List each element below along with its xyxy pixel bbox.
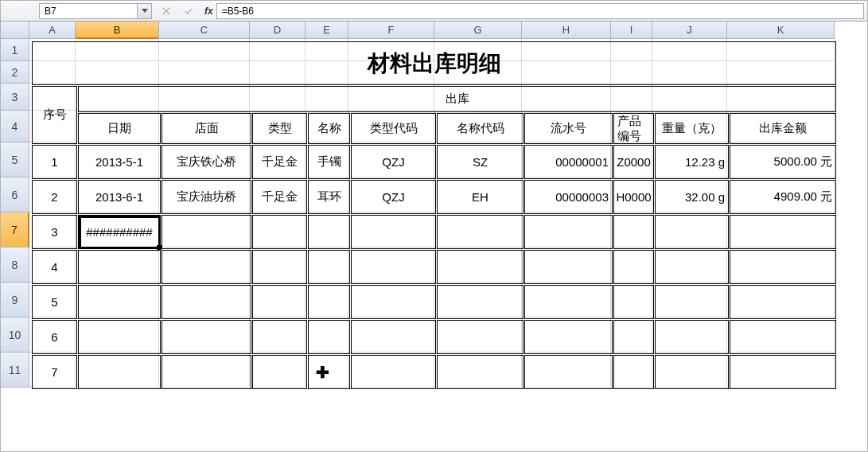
cell-name-5[interactable]: 手镯 [308,145,350,179]
header-outbound[interactable]: 出库 [78,86,836,112]
cell-date-11[interactable] [78,355,161,389]
row-header-3[interactable]: 3 [1,84,29,111]
row-header-2[interactable]: 2 [1,61,29,84]
cell-weight-10[interactable] [655,320,729,354]
cell-typecode-6[interactable]: QZJ [351,180,436,214]
cell-type-7[interactable] [252,215,307,249]
cell-serial-8[interactable] [524,250,613,284]
cell-serial-11[interactable] [524,355,613,389]
column-header-F[interactable]: F [348,21,434,39]
cell-amount-11[interactable] [730,355,836,389]
cell-type-11[interactable] [252,355,307,389]
row-header-11[interactable]: 11 [1,353,29,388]
cell-name-10[interactable] [308,320,350,354]
cell-shop-9[interactable] [162,285,251,319]
cells-area[interactable]: 材料出库明细序号出库日期店面类型名称类型代码名称代码流水号产品编号重量（克）出库… [29,39,835,388]
header-type[interactable]: 类型 [252,113,307,144]
title-cell[interactable]: 材料出库明细 [32,41,836,85]
cell-weight-11[interactable] [655,355,729,389]
column-header-I[interactable]: I [611,21,652,39]
cell-name-11[interactable] [308,355,350,389]
cell-seq-8[interactable]: 4 [32,250,77,284]
cell-namecode-8[interactable] [437,250,524,284]
cell-seq-9[interactable]: 5 [32,285,77,319]
cancel-formula-button[interactable] [155,3,177,19]
cell-shop-5[interactable]: 宝庆铁心桥 [162,145,251,179]
column-header-C[interactable]: C [159,21,250,39]
cell-weight-7[interactable] [655,215,729,249]
cell-typecode-10[interactable] [351,320,436,354]
cell-date-6[interactable]: 2013-6-1 [78,180,161,214]
cell-prodno-9[interactable] [613,285,654,319]
header-prodno[interactable]: 产品编号 [613,113,654,144]
cell-prodno-7[interactable] [613,215,654,249]
cell-date-10[interactable] [78,320,161,354]
cell-amount-9[interactable] [730,285,836,319]
cell-namecode-9[interactable] [437,285,524,319]
cell-typecode-8[interactable] [351,250,436,284]
cell-seq-10[interactable]: 6 [32,320,77,354]
column-header-A[interactable]: A [29,21,76,39]
cell-shop-8[interactable] [162,250,251,284]
cell-seq-11[interactable]: 7 [32,355,77,389]
column-header-B[interactable]: B [76,21,159,39]
cell-typecode-5[interactable]: QZJ [351,145,436,179]
header-seq[interactable]: 序号 [32,86,77,144]
column-header-G[interactable]: G [434,21,522,39]
row-header-6[interactable]: 6 [1,177,29,212]
cell-shop-10[interactable] [162,320,251,354]
cell-serial-10[interactable] [524,320,613,354]
cell-typecode-11[interactable] [351,355,436,389]
header-name[interactable]: 名称 [308,113,350,144]
cell-prodno-5[interactable]: Z0000 [613,145,654,179]
name-box[interactable]: B7 [39,3,138,19]
cell-seq-6[interactable]: 2 [32,180,77,214]
formula-input[interactable]: =B5-B6 [216,3,864,19]
cell-name-7[interactable] [308,215,350,249]
row-header-1[interactable]: 1 [1,39,29,61]
cell-weight-9[interactable] [655,285,729,319]
cell-weight-8[interactable] [655,250,729,284]
cell-seq-5[interactable]: 1 [32,145,77,179]
cell-date-8[interactable] [78,250,161,284]
cell-date-5[interactable]: 2013-5-1 [78,145,161,179]
cell-namecode-11[interactable] [437,355,524,389]
column-header-J[interactable]: J [652,21,727,39]
cell-name-9[interactable] [308,285,350,319]
cell-namecode-10[interactable] [437,320,524,354]
cell-type-9[interactable] [252,285,307,319]
cell-shop-7[interactable] [162,215,251,249]
cell-type-6[interactable]: 千足金 [252,180,307,214]
cell-namecode-6[interactable]: EH [437,180,524,214]
cell-typecode-9[interactable] [351,285,436,319]
header-serial[interactable]: 流水号 [524,113,613,144]
cell-prodno-8[interactable] [613,250,654,284]
cell-amount-6[interactable]: 4909.00 元 [730,180,836,214]
cell-namecode-7[interactable] [437,215,524,249]
cell-name-6[interactable]: 耳环 [308,180,350,214]
cell-serial-9[interactable] [524,285,613,319]
row-header-5[interactable]: 5 [1,142,29,177]
cell-type-5[interactable]: 千足金 [252,145,307,179]
fx-button[interactable]: fx [204,6,213,17]
cell-amount-10[interactable] [730,320,836,354]
cell-prodno-10[interactable] [613,320,654,354]
header-weight[interactable]: 重量（克） [655,113,729,144]
cell-namecode-5[interactable]: SZ [437,145,524,179]
header-namecode[interactable]: 名称代码 [437,113,524,144]
cell-date-9[interactable] [78,285,161,319]
header-typecode[interactable]: 类型代码 [351,113,436,144]
select-all-corner[interactable] [1,21,29,39]
cell-shop-11[interactable] [162,355,251,389]
cell-weight-5[interactable]: 12.23 g [655,145,729,179]
cell-weight-6[interactable]: 32.00 g [655,180,729,214]
cell-prodno-6[interactable]: H0000 [613,180,654,214]
cell-serial-6[interactable]: 00000003 [524,180,613,214]
name-box-dropdown[interactable] [138,3,152,19]
column-header-K[interactable]: K [727,21,835,39]
header-date[interactable]: 日期 [78,113,161,144]
header-amount[interactable]: 出库金额 [730,113,836,144]
cell-serial-7[interactable] [524,215,613,249]
cell-serial-5[interactable]: 00000001 [524,145,613,179]
cell-seq-7[interactable]: 3 [32,215,77,249]
